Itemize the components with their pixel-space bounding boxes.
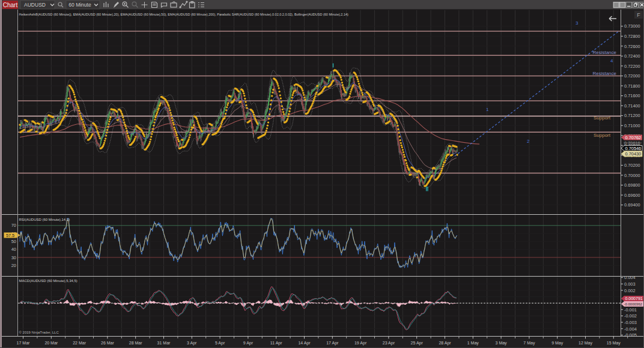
svg-text:3: 3 [576, 20, 579, 26]
svg-text:0.002: 0.002 [624, 288, 636, 293]
svg-text:Chart: Chart [3, 2, 18, 8]
svg-text:9 Apr: 9 Apr [243, 341, 254, 346]
svg-text:0.72800: 0.72800 [624, 34, 640, 39]
svg-text:0.69600: 0.69600 [624, 193, 640, 198]
svg-text:Support: Support [594, 133, 611, 138]
svg-text:7 May: 7 May [523, 341, 535, 346]
svg-text:5 Apr: 5 Apr [215, 341, 225, 346]
svg-text:70: 70 [11, 223, 16, 228]
svg-text:26 Mar: 26 Mar [101, 341, 114, 345]
svg-text:40: 40 [11, 247, 16, 252]
svg-text:-0.001: -0.001 [624, 307, 637, 313]
svg-text:HeikenAshi8(AUDUSD (60 Minute): HeikenAshi8(AUDUSD (60 Minute)), EMA(AUD… [19, 13, 349, 16]
svg-text:22 Mar: 22 Mar [73, 341, 86, 345]
svg-text:31 Mar: 31 Mar [157, 341, 171, 345]
svg-text:4: 4 [610, 58, 613, 64]
svg-text:12 May: 12 May [579, 341, 592, 346]
svg-text:F: F [637, 12, 640, 18]
svg-text:-0.002: -0.002 [624, 313, 637, 319]
svg-text:Support: Support [594, 115, 611, 121]
svg-text:0.70546: 0.70546 [625, 146, 642, 151]
svg-text:0.72200: 0.72200 [624, 64, 640, 69]
svg-text:19 Apr: 19 Apr [354, 341, 367, 346]
svg-text:0.003: 0.003 [624, 281, 636, 287]
svg-text:2: 2 [527, 139, 530, 144]
svg-text:-0.005: -0.005 [624, 332, 637, 338]
svg-text:MACD(AUDUSD (60 Minute),5,34,5: MACD(AUDUSD (60 Minute),5,34,5) [19, 279, 77, 283]
svg-text:20: 20 [11, 263, 16, 268]
svg-text:28 Apr: 28 Apr [439, 341, 451, 346]
svg-text:0.70430: 0.70430 [625, 151, 642, 157]
svg-text:60 Minute: 60 Minute [68, 2, 91, 8]
svg-text:-0.003: -0.003 [624, 320, 637, 325]
svg-text:25 Apr: 25 Apr [411, 341, 424, 346]
svg-text:3 May: 3 May [496, 341, 508, 346]
svg-text:0.72600: 0.72600 [624, 44, 640, 49]
svg-text:0.71200: 0.71200 [624, 113, 640, 118]
svg-text:1 May: 1 May [467, 341, 479, 346]
svg-text:30: 30 [11, 255, 16, 260]
svg-text:Resistance: Resistance [592, 50, 616, 55]
svg-text:20 Mar: 20 Mar [44, 341, 58, 345]
svg-text:11 Apr: 11 Apr [270, 341, 282, 346]
svg-text:0.70762: 0.70762 [625, 135, 642, 140]
svg-text:23 Apr: 23 Apr [383, 341, 395, 346]
svg-text:0.70200: 0.70200 [624, 163, 640, 168]
svg-text:RSI(AUDUSD (60 Minute),14,3): RSI(AUDUSD (60 Minute),14,3) [19, 218, 70, 221]
svg-text:0.69800: 0.69800 [624, 182, 640, 188]
svg-text:0.71600: 0.71600 [624, 93, 640, 98]
svg-text:0.73000: 0.73000 [624, 23, 640, 29]
svg-text:9 May: 9 May [551, 341, 564, 346]
svg-text:57.5: 57.5 [6, 233, 14, 238]
svg-text:15 May: 15 May [607, 341, 621, 346]
svg-text:17 Mar: 17 Mar [17, 341, 30, 345]
svg-text:0.71000: 0.71000 [624, 123, 640, 128]
svg-text:50: 50 [11, 239, 16, 244]
svg-text:AUDUSD: AUDUSD [24, 2, 46, 8]
svg-text:0.72400: 0.72400 [624, 53, 640, 59]
svg-text:Resistance: Resistance [592, 71, 616, 76]
svg-text:28 Mar: 28 Mar [129, 341, 142, 345]
svg-text:0.71400: 0.71400 [624, 103, 640, 109]
svg-text:0.71800: 0.71800 [624, 83, 640, 89]
svg-text:17 Apr: 17 Apr [326, 341, 339, 346]
svg-text:0.69400: 0.69400 [624, 202, 640, 208]
svg-text:0.72000: 0.72000 [624, 73, 640, 79]
svg-text:© 2019 NinjaTrader, LLC: © 2019 NinjaTrader, LLC [19, 331, 59, 334]
svg-text:0.70000: 0.70000 [624, 173, 640, 178]
svg-text:3 Apr: 3 Apr [187, 341, 197, 346]
svg-text:-0.0000362: -0.0000362 [624, 302, 643, 306]
svg-text:0.000791: 0.000791 [625, 296, 643, 301]
svg-text:0.004: 0.004 [624, 275, 636, 280]
svg-text:-0.004: -0.004 [624, 326, 637, 332]
svg-text:1: 1 [486, 107, 489, 112]
svg-text:14 Apr: 14 Apr [298, 341, 311, 346]
